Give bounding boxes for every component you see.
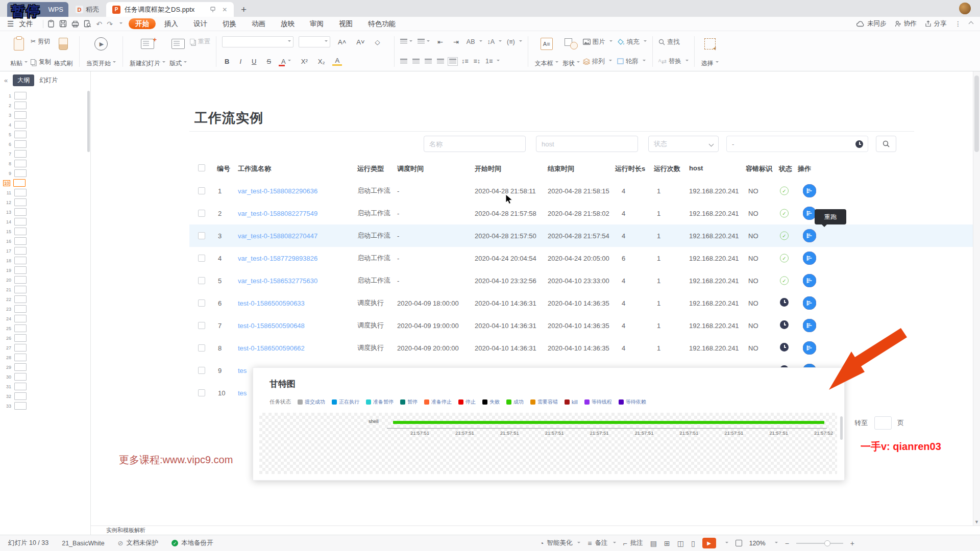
zoom-slider-knob[interactable]	[824, 540, 830, 546]
more-menu-icon[interactable]: ⋮	[955, 20, 962, 28]
slide-thumbnail-item[interactable]: 16	[0, 236, 86, 246]
font-family-select[interactable]	[222, 36, 293, 47]
slide-thumbnail[interactable]	[14, 218, 27, 226]
table-row[interactable]: 5var_test-0-1586532775630启动工作流-2020-04-1…	[189, 269, 980, 292]
workflow-link[interactable]: test-0-1586500590648	[238, 322, 305, 330]
find-button[interactable]: 查找	[658, 36, 680, 47]
outline-button[interactable]: 轮廓	[617, 56, 646, 67]
gantt-button[interactable]	[803, 229, 816, 242]
slide-thumbnail-item[interactable]: 23	[0, 304, 86, 314]
theme-name[interactable]: 21_BasicWhite	[62, 540, 104, 547]
menu-tab[interactable]: 插入	[158, 18, 185, 29]
slide-thumbnail-item[interactable]: 31	[0, 382, 86, 391]
highlight-button[interactable]: A	[332, 57, 342, 66]
slide-thumbnail[interactable]	[14, 402, 27, 410]
slide-thumbnail-item[interactable]: 25	[0, 323, 86, 333]
table-row[interactable]: 1var_test-0-1588082290636启动工作流-2020-04-2…	[189, 180, 980, 202]
workflow-link[interactable]: var_test-0-1587729893826	[238, 255, 317, 262]
zoom-slider[interactable]	[796, 543, 843, 544]
clock-icon[interactable]	[855, 140, 863, 148]
spacing-options-button[interactable]: 1≡	[485, 56, 500, 67]
replace-button[interactable]: ᴬ⇄ 替换	[658, 56, 689, 67]
date-range-input[interactable]: -	[726, 136, 868, 152]
tab-outline[interactable]: 大纲	[13, 74, 34, 86]
slide-thumbnail-item[interactable]: 9	[0, 168, 86, 178]
row-checkbox[interactable]	[198, 367, 205, 374]
slide-thumbnail[interactable]	[14, 198, 27, 206]
slide-thumbnail-item[interactable]: 13	[0, 207, 86, 217]
slide-thumbnail-item[interactable]: 32	[0, 391, 86, 401]
slide-thumbnail-item[interactable]: 14	[0, 217, 86, 227]
copy-button[interactable]: 复制	[31, 56, 51, 67]
slide-thumbnail[interactable]	[14, 276, 27, 284]
print-icon[interactable]	[71, 20, 79, 28]
slide-thumbnail-item[interactable]: 7	[0, 149, 86, 159]
slide-thumbnail[interactable]	[14, 315, 27, 322]
row-checkbox[interactable]	[198, 187, 205, 194]
decrease-indent-icon[interactable]: ⇤	[435, 38, 446, 46]
zoom-caret-icon[interactable]	[775, 542, 778, 545]
protect-status[interactable]: ⊘文档未保护	[118, 539, 158, 547]
row-checkbox[interactable]	[198, 255, 205, 262]
slide-sorter-icon[interactable]: ⊞	[664, 539, 670, 547]
slide-thumbnail-item[interactable]: 22	[0, 294, 86, 304]
tab-docer[interactable]: D 稻壳	[68, 2, 106, 17]
slide-thumbnail[interactable]	[14, 373, 27, 381]
collapse-ribbon-icon[interactable]	[969, 21, 974, 27]
slide-thumbnail-item[interactable]: 8	[0, 159, 86, 168]
menu-tab[interactable]: 特色功能	[361, 18, 402, 29]
phone-cast-icon[interactable]: ▯	[691, 539, 695, 547]
slide-thumbnail[interactable]	[14, 354, 27, 361]
slide-thumbnail-item[interactable]: 5	[0, 130, 86, 139]
canvas-scrollbar[interactable]: ▼	[973, 71, 980, 525]
workflow-link[interactable]: tes	[238, 389, 247, 397]
numbered-list-button[interactable]	[418, 37, 430, 46]
sync-status[interactable]: 未同步	[856, 19, 887, 28]
backup-status[interactable]: ✓本地备份开	[172, 539, 213, 547]
slide-thumbnail[interactable]	[14, 247, 27, 255]
collaborate-button[interactable]: 协作	[895, 19, 917, 28]
tab-document[interactable]: P 任务调度框架之DS.pptx ✕	[106, 2, 234, 17]
menu-tab[interactable]: 开始	[129, 18, 156, 29]
gantt-button[interactable]	[803, 274, 816, 287]
play-from-current-button[interactable]: ▶ 当页开始	[84, 34, 118, 69]
workflow-link[interactable]: var_test-0-1588082290636	[238, 187, 317, 195]
notes-button[interactable]: ≡备注	[587, 539, 616, 547]
bullet-list-button[interactable]	[400, 37, 412, 46]
gantt-button[interactable]	[803, 252, 816, 265]
comment-button[interactable]: ⌐批注	[623, 539, 643, 547]
sidebar-scrollbar[interactable]	[87, 91, 90, 152]
undo-history-caret-icon[interactable]	[119, 22, 122, 26]
slide-thumbnail-item[interactable]: 20	[0, 275, 86, 285]
slide-thumbnail-item[interactable]: 3	[0, 110, 86, 120]
host-filter-input[interactable]	[536, 136, 638, 152]
share-button[interactable]: 分享	[925, 19, 947, 28]
layout-button[interactable]: 版式	[167, 34, 189, 69]
shape-button[interactable]: 形状	[560, 34, 582, 69]
slide-thumbnail[interactable]	[14, 344, 27, 352]
clear-format-icon[interactable]: ◇	[373, 38, 383, 46]
bold-button[interactable]: B	[222, 58, 232, 65]
menu-tab[interactable]: 动画	[245, 18, 272, 29]
italic-button[interactable]: I	[237, 58, 244, 65]
menu-tab[interactable]: 放映	[274, 18, 301, 29]
slide-thumbnail[interactable]	[14, 169, 27, 177]
slide-thumbnail[interactable]	[14, 334, 27, 342]
select-button[interactable]: 选择	[699, 34, 721, 69]
slide-thumbnail[interactable]	[14, 237, 27, 245]
slide-thumbnail-item[interactable]: 10	[0, 178, 86, 188]
column-spacing-button[interactable]: ≡↕	[474, 56, 481, 67]
row-checkbox[interactable]	[198, 322, 205, 329]
slide-thumbnail-item[interactable]: 28	[0, 353, 86, 362]
slide-thumbnail-item[interactable]: 2	[0, 101, 86, 110]
text-direction-button[interactable]: AB	[467, 36, 482, 47]
slide-thumbnail[interactable]	[14, 392, 27, 400]
slide-thumbnail[interactable]	[14, 208, 27, 216]
slide-thumbnail[interactable]	[14, 363, 27, 371]
redo-icon[interactable]: ↷	[107, 20, 113, 28]
row-checkbox[interactable]	[198, 344, 205, 352]
scrollbar-thumb[interactable]	[974, 76, 979, 152]
workflow-link[interactable]: var_test-0-1586532775630	[238, 277, 317, 285]
slide-thumbnail[interactable]	[14, 228, 27, 235]
row-checkbox[interactable]	[198, 277, 205, 284]
